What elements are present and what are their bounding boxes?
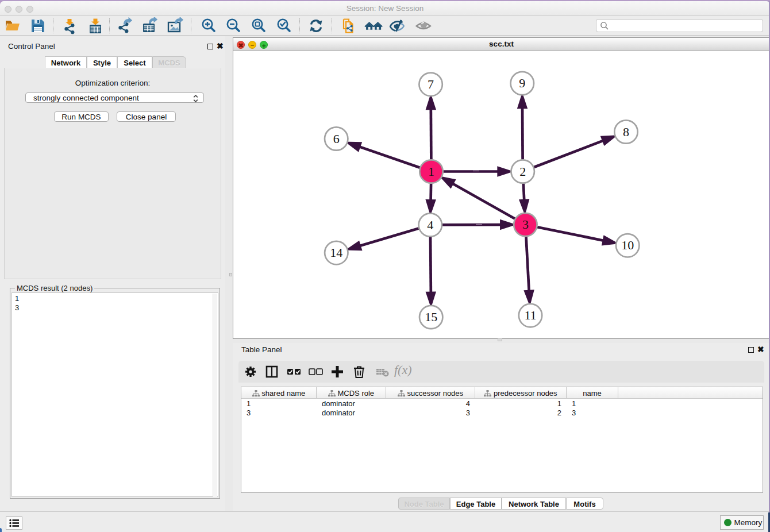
svg-text:1: 1 bbox=[428, 164, 434, 178]
svg-text:11: 11 bbox=[524, 308, 536, 322]
svg-text:8: 8 bbox=[623, 124, 629, 138]
svg-text:7: 7 bbox=[428, 76, 434, 91]
svg-text:9: 9 bbox=[519, 76, 525, 90]
svg-text:6: 6 bbox=[333, 131, 340, 145]
svg-text:10: 10 bbox=[621, 238, 634, 252]
svg-text:2: 2 bbox=[519, 164, 526, 178]
svg-text:4: 4 bbox=[427, 217, 433, 232]
svg-text:14: 14 bbox=[330, 245, 342, 260]
svg-text:3: 3 bbox=[522, 217, 529, 232]
svg-text:15: 15 bbox=[425, 310, 437, 324]
